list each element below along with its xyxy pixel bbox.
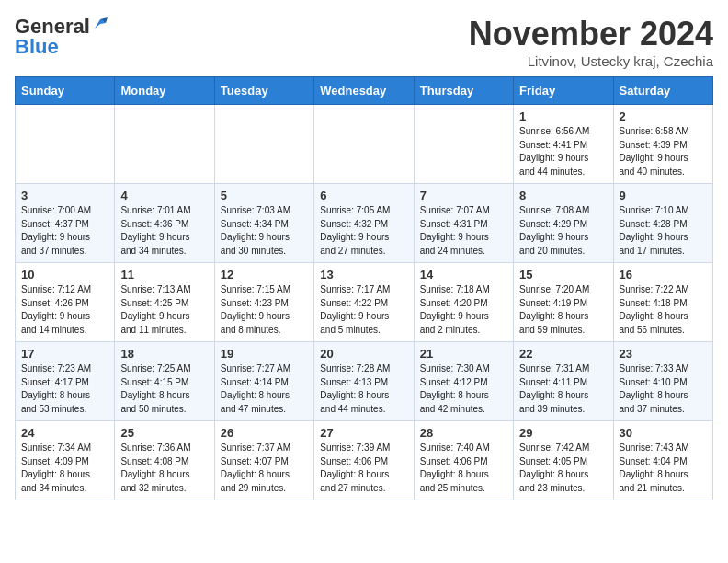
- day-number: 5: [221, 189, 308, 202]
- day-info: Sunrise: 7:28 AM Sunset: 4:13 PM Dayligh…: [320, 362, 407, 416]
- day-number: 30: [620, 426, 707, 440]
- calendar-day-cell: 16Sunrise: 7:22 AM Sunset: 4:18 PM Dayli…: [613, 263, 712, 342]
- day-info: Sunrise: 7:23 AM Sunset: 4:17 PM Dayligh…: [21, 362, 108, 416]
- day-number: 4: [120, 189, 208, 202]
- day-of-week-header: Sunday: [16, 77, 115, 105]
- title-block: November 2024 Litvinov, Ustecky kraj, Cz…: [469, 15, 713, 69]
- day-of-week-header: Tuesday: [214, 77, 313, 105]
- day-of-week-header: Thursday: [414, 77, 513, 105]
- day-info: Sunrise: 7:01 AM Sunset: 4:36 PM Dayligh…: [120, 204, 208, 258]
- day-number: 9: [620, 189, 707, 202]
- day-number: 28: [420, 426, 507, 440]
- calendar-week-row: 17Sunrise: 7:23 AM Sunset: 4:17 PM Dayli…: [16, 342, 713, 421]
- day-number: 11: [120, 268, 208, 282]
- calendar-week-row: 3Sunrise: 7:00 AM Sunset: 4:37 PM Daylig…: [16, 184, 713, 263]
- day-of-week-header: Friday: [514, 77, 613, 105]
- day-number: 7: [420, 189, 507, 202]
- calendar-day-cell: 7Sunrise: 7:07 AM Sunset: 4:31 PM Daylig…: [414, 184, 513, 263]
- calendar-day-cell: [214, 105, 313, 184]
- calendar-day-cell: 19Sunrise: 7:27 AM Sunset: 4:14 PM Dayli…: [214, 342, 313, 421]
- calendar-day-cell: 20Sunrise: 7:28 AM Sunset: 4:13 PM Dayli…: [314, 342, 414, 421]
- day-info: Sunrise: 7:05 AM Sunset: 4:32 PM Dayligh…: [320, 204, 407, 258]
- day-number: 2: [620, 109, 707, 123]
- day-info: Sunrise: 7:13 AM Sunset: 4:25 PM Dayligh…: [120, 283, 208, 337]
- page-header: General Blue November 2024 Litvinov, Ust…: [15, 15, 713, 69]
- day-info: Sunrise: 7:17 AM Sunset: 4:22 PM Dayligh…: [320, 283, 407, 337]
- calendar-day-cell: 14Sunrise: 7:18 AM Sunset: 4:20 PM Dayli…: [414, 263, 513, 342]
- day-number: 12: [221, 268, 308, 282]
- calendar-table: SundayMondayTuesdayWednesdayThursdayFrid…: [15, 76, 713, 500]
- day-info: Sunrise: 7:08 AM Sunset: 4:29 PM Dayligh…: [519, 204, 607, 258]
- day-number: 22: [519, 347, 607, 361]
- calendar-day-cell: [414, 105, 513, 184]
- day-number: 27: [320, 426, 407, 440]
- day-info: Sunrise: 7:07 AM Sunset: 4:31 PM Dayligh…: [420, 204, 507, 258]
- calendar-week-row: 24Sunrise: 7:34 AM Sunset: 4:09 PM Dayli…: [16, 421, 713, 500]
- day-info: Sunrise: 7:27 AM Sunset: 4:14 PM Dayligh…: [221, 362, 308, 416]
- calendar-day-cell: 27Sunrise: 7:39 AM Sunset: 4:06 PM Dayli…: [314, 421, 414, 500]
- calendar-day-cell: 25Sunrise: 7:36 AM Sunset: 4:08 PM Dayli…: [115, 421, 214, 500]
- calendar-day-cell: [16, 105, 115, 184]
- calendar-day-cell: 23Sunrise: 7:33 AM Sunset: 4:10 PM Dayli…: [613, 342, 712, 421]
- day-number: 6: [320, 189, 407, 202]
- month-title: November 2024: [469, 15, 713, 53]
- calendar-day-cell: 17Sunrise: 7:23 AM Sunset: 4:17 PM Dayli…: [16, 342, 115, 421]
- calendar-day-cell: 1Sunrise: 6:56 AM Sunset: 4:41 PM Daylig…: [514, 105, 613, 184]
- calendar-day-cell: 11Sunrise: 7:13 AM Sunset: 4:25 PM Dayli…: [115, 263, 214, 342]
- day-info: Sunrise: 6:56 AM Sunset: 4:41 PM Dayligh…: [519, 125, 607, 178]
- calendar-day-cell: 26Sunrise: 7:37 AM Sunset: 4:07 PM Dayli…: [214, 421, 313, 500]
- calendar-day-cell: 24Sunrise: 7:34 AM Sunset: 4:09 PM Dayli…: [16, 421, 115, 500]
- day-info: Sunrise: 7:40 AM Sunset: 4:06 PM Dayligh…: [420, 442, 507, 495]
- calendar-day-cell: 22Sunrise: 7:31 AM Sunset: 4:11 PM Dayli…: [514, 342, 613, 421]
- day-info: Sunrise: 7:00 AM Sunset: 4:37 PM Dayligh…: [21, 204, 108, 258]
- calendar-day-cell: 3Sunrise: 7:00 AM Sunset: 4:37 PM Daylig…: [16, 184, 115, 263]
- day-number: 15: [519, 268, 607, 282]
- day-number: 1: [519, 109, 607, 123]
- day-number: 26: [221, 426, 308, 440]
- day-number: 29: [519, 426, 607, 440]
- day-number: 23: [620, 347, 707, 361]
- logo-blue: Blue: [15, 35, 59, 59]
- calendar-week-row: 1Sunrise: 6:56 AM Sunset: 4:41 PM Daylig…: [16, 105, 713, 184]
- calendar-day-cell: 28Sunrise: 7:40 AM Sunset: 4:06 PM Dayli…: [414, 421, 513, 500]
- day-number: 20: [320, 347, 407, 361]
- day-info: Sunrise: 7:39 AM Sunset: 4:06 PM Dayligh…: [320, 442, 407, 495]
- day-info: Sunrise: 7:10 AM Sunset: 4:28 PM Dayligh…: [620, 204, 707, 258]
- calendar-day-cell: 12Sunrise: 7:15 AM Sunset: 4:23 PM Dayli…: [214, 263, 313, 342]
- day-info: Sunrise: 7:31 AM Sunset: 4:11 PM Dayligh…: [519, 362, 607, 416]
- day-info: Sunrise: 7:37 AM Sunset: 4:07 PM Dayligh…: [221, 442, 308, 495]
- day-number: 21: [420, 347, 507, 361]
- day-info: Sunrise: 7:30 AM Sunset: 4:12 PM Dayligh…: [420, 362, 507, 416]
- calendar-day-cell: 5Sunrise: 7:03 AM Sunset: 4:34 PM Daylig…: [214, 184, 313, 263]
- logo-bird-icon: [91, 16, 108, 32]
- day-info: Sunrise: 7:34 AM Sunset: 4:09 PM Dayligh…: [21, 442, 108, 495]
- day-number: 16: [620, 268, 707, 282]
- calendar-day-cell: 4Sunrise: 7:01 AM Sunset: 4:36 PM Daylig…: [115, 184, 214, 263]
- day-number: 3: [21, 189, 108, 202]
- calendar-day-cell: 15Sunrise: 7:20 AM Sunset: 4:19 PM Dayli…: [514, 263, 613, 342]
- day-info: Sunrise: 6:58 AM Sunset: 4:39 PM Dayligh…: [620, 125, 707, 178]
- logo: General Blue: [15, 15, 108, 59]
- calendar-day-cell: 30Sunrise: 7:43 AM Sunset: 4:04 PM Dayli…: [613, 421, 712, 500]
- calendar-day-cell: 29Sunrise: 7:42 AM Sunset: 4:05 PM Dayli…: [514, 421, 613, 500]
- day-number: 24: [21, 426, 108, 440]
- day-of-week-header: Saturday: [613, 77, 712, 105]
- calendar-week-row: 10Sunrise: 7:12 AM Sunset: 4:26 PM Dayli…: [16, 263, 713, 342]
- calendar-day-cell: 18Sunrise: 7:25 AM Sunset: 4:15 PM Dayli…: [115, 342, 214, 421]
- calendar-day-cell: [314, 105, 414, 184]
- day-info: Sunrise: 7:15 AM Sunset: 4:23 PM Dayligh…: [221, 283, 308, 337]
- day-info: Sunrise: 7:22 AM Sunset: 4:18 PM Dayligh…: [620, 283, 707, 337]
- day-of-week-header: Wednesday: [314, 77, 414, 105]
- day-info: Sunrise: 7:36 AM Sunset: 4:08 PM Dayligh…: [120, 442, 208, 495]
- day-number: 19: [221, 347, 308, 361]
- day-info: Sunrise: 7:03 AM Sunset: 4:34 PM Dayligh…: [221, 204, 308, 258]
- location: Litvinov, Ustecky kraj, Czechia: [469, 53, 713, 69]
- day-info: Sunrise: 7:42 AM Sunset: 4:05 PM Dayligh…: [519, 442, 607, 495]
- day-of-week-header: Monday: [115, 77, 214, 105]
- calendar-day-cell: 8Sunrise: 7:08 AM Sunset: 4:29 PM Daylig…: [514, 184, 613, 263]
- day-info: Sunrise: 7:43 AM Sunset: 4:04 PM Dayligh…: [620, 442, 707, 495]
- day-info: Sunrise: 7:20 AM Sunset: 4:19 PM Dayligh…: [519, 283, 607, 337]
- calendar-day-cell: 9Sunrise: 7:10 AM Sunset: 4:28 PM Daylig…: [613, 184, 712, 263]
- calendar-day-cell: 6Sunrise: 7:05 AM Sunset: 4:32 PM Daylig…: [314, 184, 414, 263]
- day-number: 13: [320, 268, 407, 282]
